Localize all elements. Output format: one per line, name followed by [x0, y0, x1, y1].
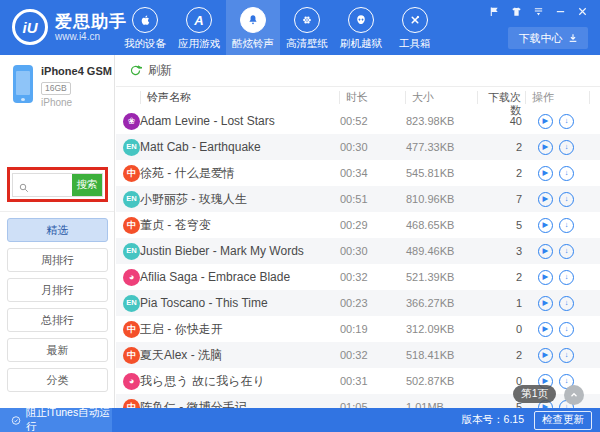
nav-wallpapers[interactable]: 高清壁纸 [280, 0, 334, 55]
apple-icon [132, 7, 158, 33]
ringtone-size: 312.09KB [406, 323, 478, 335]
ringtone-title: Adam Levine - Lost Stars [140, 114, 340, 128]
play-icon[interactable]: ▶ [538, 296, 553, 311]
table-row[interactable]: EN 小野丽莎 - 玫瑰人生 00:51 810.96KB 7 ▶ ↓ [116, 186, 600, 212]
ringtone-size: 545.81KB [406, 167, 478, 179]
ringtone-duration: 00:31 [340, 375, 406, 387]
main-nav: 我的设备 A 应用游戏 酷炫铃声 高清壁纸 [118, 0, 442, 55]
play-icon[interactable]: ▶ [538, 244, 553, 259]
feedback-icon[interactable] [489, 6, 500, 17]
header-duration: 时长 [339, 91, 405, 104]
nav-toolbox[interactable]: 工具箱 [388, 0, 442, 55]
download-icon[interactable]: ↓ [559, 348, 574, 363]
annotation-highlight-box: 搜索 [7, 167, 108, 202]
ringtone-duration: 00:23 [340, 297, 406, 309]
download-center-label: 下载中心 [519, 31, 563, 46]
ringtone-duration: 00:51 [340, 193, 406, 205]
nav-apps-games[interactable]: A 应用游戏 [172, 0, 226, 55]
header-size: 大小 [405, 91, 477, 104]
play-icon[interactable]: ▶ [538, 322, 553, 337]
download-icon[interactable]: ↓ [559, 322, 574, 337]
play-icon[interactable]: ▶ [538, 192, 553, 207]
download-icon[interactable]: ↓ [559, 192, 574, 207]
category-icon: ❀ [123, 113, 140, 130]
play-icon[interactable]: ▶ [538, 166, 553, 181]
search-icon [18, 180, 30, 198]
download-count: 2 [478, 271, 526, 283]
play-icon[interactable]: ▶ [538, 218, 553, 233]
download-icon[interactable]: ↓ [559, 114, 574, 129]
ringtone-size: 468.65KB [406, 219, 478, 231]
nav-flash-jailbreak[interactable]: 刷机越狱 [334, 0, 388, 55]
play-icon[interactable]: ▶ [538, 114, 553, 129]
sidebar-item-newest[interactable]: 最新 [7, 338, 108, 362]
download-icon[interactable]: ↓ [559, 218, 574, 233]
play-icon[interactable]: ▶ [538, 348, 553, 363]
block-itunes-label: 阻止iTunes自动运行 [26, 406, 112, 432]
table-row[interactable]: EN Pia Toscano - This Time 00:23 366.27K… [116, 290, 600, 316]
ringtone-duration: 01:05 [340, 401, 406, 408]
flower-icon [294, 7, 320, 33]
ringtone-title: Pia Toscano - This Time [140, 296, 340, 310]
download-icon[interactable]: ↓ [559, 166, 574, 181]
sidebar-item-weekly-rank[interactable]: 周排行 [7, 248, 108, 272]
chevron-up-icon [569, 390, 579, 400]
table-row[interactable]: EN Justin Bieber - Mark My Words 00:30 4… [116, 238, 600, 264]
nav-my-device[interactable]: 我的设备 [118, 0, 172, 55]
table-row[interactable]: 中 董贞 - 苍穹变 00:29 468.65KB 5 ▶ ↓ [116, 212, 600, 238]
header-ringtone-name: 铃声名称 [140, 91, 339, 104]
refresh-icon[interactable] [129, 64, 142, 77]
category-menu: 精选 周排行 月排行 总排行 最新 分类 [7, 218, 108, 392]
sidebar-item-featured[interactable]: 精选 [7, 218, 108, 242]
ringtone-title: 我ら思う 故に我ら在り [140, 373, 340, 390]
back-to-top-button[interactable] [564, 385, 584, 405]
sidebar-item-total-rank[interactable]: 总排行 [7, 308, 108, 332]
download-icon[interactable]: ↓ [559, 296, 574, 311]
category-icon: 中 [123, 217, 140, 234]
download-icon[interactable]: ↓ [559, 244, 574, 259]
ringtone-title: 小野丽莎 - 玫瑰人生 [140, 191, 340, 208]
close-icon[interactable] [577, 6, 588, 17]
sidebar-item-categories[interactable]: 分类 [7, 368, 108, 392]
play-icon[interactable]: ▶ [538, 270, 553, 285]
download-count: 3 [478, 245, 526, 257]
nav-label: 应用游戏 [178, 37, 220, 51]
ringtone-duration: 00:29 [340, 219, 406, 231]
bell-icon [240, 7, 266, 33]
ringtone-title: 董贞 - 苍穹变 [140, 217, 340, 234]
download-arrow-icon [568, 33, 578, 43]
sidebar-item-monthly-rank[interactable]: 月排行 [7, 278, 108, 302]
ringtone-size: 489.46KB [406, 245, 478, 257]
table-row[interactable]: EN Matt Cab - Earthquake 00:30 477.33KB … [116, 134, 600, 160]
table-row[interactable]: 中 徐苑 - 什么是爱情 00:34 545.81KB 2 ▶ ↓ [116, 160, 600, 186]
table-row[interactable]: ◕ Afilia Saga - Embrace Blade 00:32 521.… [116, 264, 600, 290]
category-icon: 中 [123, 321, 140, 338]
theme-icon[interactable] [511, 6, 522, 17]
main-content: 刷新 铃声名称 时长 大小 下载次数 操作 ❀ Adam Levine - Lo… [116, 55, 600, 408]
ringtone-duration: 00:32 [340, 271, 406, 283]
download-count: 5 [478, 219, 526, 231]
table-row[interactable]: 中 王启 - 你快走开 00:19 312.09KB 0 ▶ ↓ [116, 316, 600, 342]
sidebar: iPhone4 GSM 16GB iPhone 搜索 精选 周排行 月排行 总排… [0, 55, 115, 408]
block-itunes-toggle[interactable]: 阻止iTunes自动运行 [0, 408, 112, 432]
ringtone-size: 502.87KB [406, 375, 478, 387]
menu-icon[interactable] [533, 6, 544, 17]
nav-ringtones[interactable]: 酷炫铃声 [226, 0, 280, 55]
nav-label: 我的设备 [124, 37, 166, 51]
check-update-button[interactable]: 检查更新 [534, 411, 592, 430]
download-icon[interactable]: ↓ [559, 270, 574, 285]
refresh-button[interactable]: 刷新 [148, 62, 172, 79]
i4-app-window: iU 爱思助手 www.i4.cn 我的设备 A 应用游戏 酷炫铃声 [0, 0, 600, 432]
download-count: 40 [478, 115, 526, 127]
minimize-icon[interactable] [555, 6, 566, 17]
download-icon[interactable]: ↓ [559, 140, 574, 155]
ringtone-duration: 00:34 [340, 167, 406, 179]
search-button[interactable]: 搜索 [72, 174, 102, 196]
table-row[interactable]: 中 夏天Alex - 洗脑 00:32 518.41KB 2 ▶ ↓ [116, 342, 600, 368]
download-center-button[interactable]: 下载中心 [508, 27, 588, 49]
category-icon: EN [123, 139, 140, 156]
check-circle-icon [11, 415, 21, 426]
play-icon[interactable]: ▶ [538, 140, 553, 155]
table-row[interactable]: ❀ Adam Levine - Lost Stars 00:52 823.98K… [116, 108, 600, 134]
download-count: 0 [478, 323, 526, 335]
